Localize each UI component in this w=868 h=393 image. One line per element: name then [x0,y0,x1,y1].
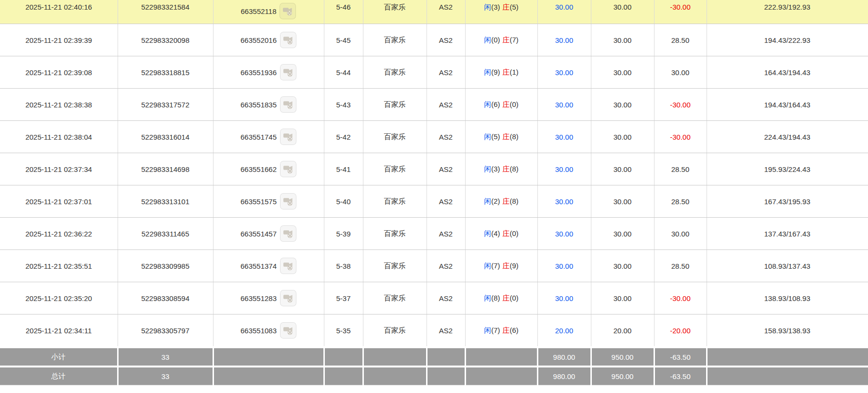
bet-amount-cell[interactable]: 30.00 [537,24,591,56]
winloss-cell: 28.50 [654,153,707,185]
bet-amount-cell[interactable]: 20.00 [537,314,591,348]
bet-id-cell: 522983314698 [118,153,213,185]
video-replay-button[interactable] [280,161,296,177]
game-name-cell: 百家乐 [363,218,427,250]
bet-time-cell: 2025-11-21 02:36:22 [0,218,118,250]
game-id-text: 663551283 [240,294,277,302]
summary-empty-round-cell [324,347,363,367]
banker-label: 庄 [503,165,510,173]
table-name-cell: AS2 [427,56,465,89]
video-replay-icon [283,164,294,174]
winloss-cell: 30.00 [654,56,707,89]
banker-score: 5 [510,3,519,11]
bet-amount-cell[interactable]: 30.00 [537,121,591,153]
valid-bet-cell: 30.00 [591,0,654,24]
video-replay-icon [283,228,294,239]
winloss-cell: 28.50 [654,185,707,218]
player-score: 3 [491,165,500,173]
banker-score: 0 [510,229,519,237]
bet-id-cell: 522983305797 [118,314,213,348]
summary-valid-cell: 950.00 [591,347,654,367]
game-name-cell: 百家乐 [363,153,427,185]
video-replay-button[interactable] [280,32,296,48]
player-score: 4 [491,229,500,237]
game-id-cell: 663551662 [213,153,324,185]
balance-cell: 137.43/167.43 [707,218,868,250]
video-replay-icon [282,6,293,16]
bet-time-cell: 2025-11-21 02:34:11 [0,314,118,348]
game-id-text: 663551662 [240,165,277,173]
bet-id-cell: 522983311465 [118,218,213,250]
bet-id-cell: 522983316014 [118,121,213,153]
summary-balance-cell [707,347,868,367]
bet-record-row: 2025-11-21 02:37:34 522983314698 6635516… [0,153,868,185]
game-id-text: 663551745 [240,133,277,141]
player-score: 9 [491,68,500,76]
table-name-cell: AS2 [427,0,465,24]
banker-label: 庄 [503,326,510,334]
video-replay-button[interactable] [280,3,296,19]
valid-bet-cell: 30.00 [591,250,654,282]
table-name-cell: AS2 [427,153,465,185]
game-name-cell: 百家乐 [363,89,427,121]
video-replay-button[interactable] [280,64,296,80]
summary-label-cell: 总计 [0,367,118,385]
table-name-cell: AS2 [427,185,465,218]
player-label: 闲 [484,262,491,270]
bet-amount-cell[interactable]: 30.00 [537,218,591,250]
winloss-cell: -30.00 [654,89,707,121]
table-name-cell: AS2 [427,24,465,56]
bet-amount-cell[interactable]: 30.00 [537,153,591,185]
balance-cell: 194.43/222.93 [707,24,868,56]
player-label: 闲 [484,326,491,334]
video-replay-button[interactable] [280,290,296,306]
balance-cell: 108.93/137.43 [707,250,868,282]
round-cell: 5-37 [324,282,363,314]
video-replay-button[interactable] [280,225,296,242]
round-cell: 5-40 [324,185,363,218]
balance-cell: 164.43/194.43 [707,56,868,89]
player-label: 闲 [484,294,491,302]
player-label: 闲 [484,197,491,205]
video-replay-button[interactable] [280,322,296,339]
player-label: 闲 [484,165,491,173]
summary-winloss-cell: -63.50 [654,347,707,367]
bet-amount-cell[interactable]: 30.00 [537,185,591,218]
video-replay-button[interactable] [280,96,296,113]
video-replay-icon [283,67,294,78]
summary-empty-result-cell [465,347,537,367]
valid-bet-cell: 30.00 [591,218,654,250]
bet-amount-cell[interactable]: 30.00 [537,56,591,89]
video-replay-button[interactable] [280,258,296,274]
bet-amount-cell[interactable]: 30.00 [537,250,591,282]
video-replay-button[interactable] [280,193,296,210]
bet-amount-cell[interactable]: 30.00 [537,89,591,121]
winloss-cell: 30.00 [654,218,707,250]
banker-score: 8 [510,165,519,173]
winloss-cell: -20.00 [654,314,707,348]
bet-record-row: 2025-11-21 02:38:38 522983317572 6635518… [0,89,868,121]
banker-score: 6 [510,326,519,334]
player-label: 闲 [484,132,491,141]
game-name-cell: 百家乐 [363,0,427,24]
bet-amount-cell[interactable]: 30.00 [537,282,591,314]
summary-empty-gameid-cell [213,367,324,385]
game-name-cell: 百家乐 [363,185,427,218]
result-cell: 闲7庄9 [465,250,537,282]
bet-record-row: 2025-11-21 02:39:39 522983320098 6635520… [0,24,868,56]
bet-id-cell: 522983321584 [118,0,213,24]
result-cell: 闲4庄0 [465,218,537,250]
bet-id-cell: 522983317572 [118,89,213,121]
round-cell: 5-45 [324,24,363,56]
winloss-cell: -30.00 [654,282,707,314]
bet-time-cell: 2025-11-21 02:35:51 [0,250,118,282]
summary-empty-table-cell [427,367,465,385]
round-cell: 5-44 [324,56,363,89]
summary-label-cell: 小计 [0,347,118,367]
bet-time-cell: 2025-11-21 02:35:20 [0,282,118,314]
game-id-cell: 663551374 [213,250,324,282]
video-replay-button[interactable] [280,129,296,145]
bet-amount-cell[interactable]: 30.00 [537,0,591,24]
video-replay-icon [283,261,294,271]
result-cell: 闲5庄8 [465,121,537,153]
